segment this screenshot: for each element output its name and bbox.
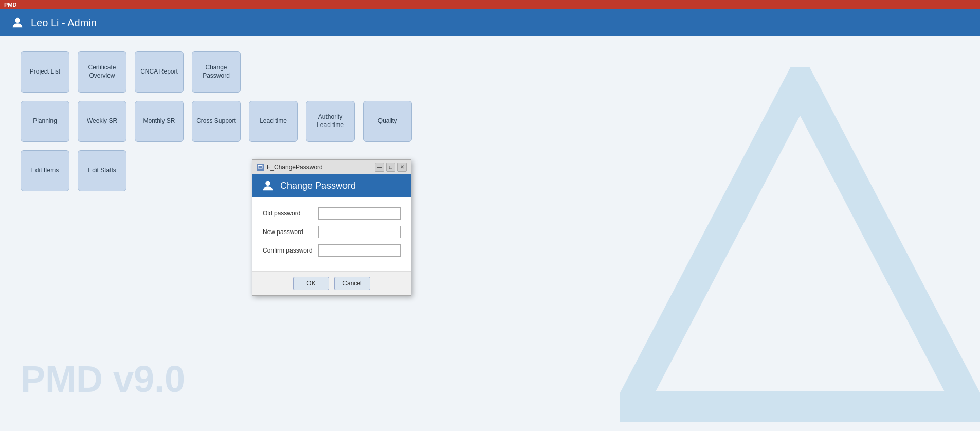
new-password-row: New password bbox=[263, 226, 401, 238]
lead-time-btn[interactable]: Lead time bbox=[249, 101, 298, 142]
header-user-label: Leo Li - Admin bbox=[31, 17, 97, 29]
new-password-input[interactable] bbox=[318, 226, 401, 238]
dialog-restore-btn[interactable]: □ bbox=[386, 163, 395, 172]
confirm-password-row: Confirm password bbox=[263, 244, 401, 257]
confirm-password-label: Confirm password bbox=[263, 247, 318, 254]
svg-rect-3 bbox=[258, 165, 262, 166]
dialog-titlebar: F_ChangePassword — □ ✕ bbox=[252, 160, 411, 174]
dialog-title-text: F_ChangePassword bbox=[267, 164, 372, 171]
quality-btn[interactable]: Quality bbox=[363, 101, 412, 142]
dialog-minimize-btn[interactable]: — bbox=[375, 163, 384, 172]
cross-support-btn[interactable]: Cross Support bbox=[192, 101, 241, 142]
svg-point-0 bbox=[15, 18, 20, 23]
confirm-password-input[interactable] bbox=[318, 244, 401, 257]
edit-staffs-btn[interactable]: Edit Staffs bbox=[78, 150, 126, 191]
change-password-btn[interactable]: Change Password bbox=[192, 51, 241, 93]
planning-btn[interactable]: Planning bbox=[21, 101, 69, 142]
edit-items-btn[interactable]: Edit Items bbox=[21, 150, 69, 191]
title-bar-text: PMD bbox=[4, 2, 16, 8]
header: Leo Li - Admin bbox=[0, 9, 980, 36]
dialog-header: Change Password bbox=[252, 174, 411, 197]
monthly-sr-btn[interactable]: Monthly SR bbox=[135, 101, 184, 142]
main-content: Project List Certificate Overview CNCA R… bbox=[0, 36, 980, 431]
old-password-label: Old password bbox=[263, 210, 318, 217]
dialog-user-icon bbox=[261, 178, 275, 193]
menu-row-2: Planning Weekly SR Monthly SR Cross Supp… bbox=[21, 101, 959, 142]
menu-grid: Project List Certificate Overview CNCA R… bbox=[21, 51, 959, 191]
dialog-close-btn[interactable]: ✕ bbox=[397, 163, 407, 172]
dialog-title-icon bbox=[257, 164, 264, 171]
cancel-button[interactable]: Cancel bbox=[334, 277, 370, 290]
dialog-header-title: Change Password bbox=[280, 181, 356, 191]
new-password-label: New password bbox=[263, 228, 318, 236]
certificate-overview-btn[interactable]: Certificate Overview bbox=[78, 51, 126, 93]
old-password-row: Old password bbox=[263, 207, 401, 220]
change-password-dialog: F_ChangePassword — □ ✕ Change Password O… bbox=[252, 159, 411, 296]
authority-lead-time-btn[interactable]: Authority Lead time bbox=[306, 101, 355, 142]
title-bar: PMD bbox=[0, 0, 980, 9]
user-icon bbox=[10, 15, 25, 30]
project-list-btn[interactable]: Project List bbox=[21, 51, 69, 93]
cnca-report-btn[interactable]: CNCA Report bbox=[135, 51, 184, 93]
menu-row-3: Edit Items Edit Staffs bbox=[21, 150, 959, 191]
weekly-sr-btn[interactable]: Weekly SR bbox=[78, 101, 126, 142]
menu-row-1: Project List Certificate Overview CNCA R… bbox=[21, 51, 959, 93]
ok-button[interactable]: OK bbox=[293, 277, 329, 290]
dialog-footer: OK Cancel bbox=[252, 271, 411, 295]
dialog-body: Old password New password Confirm passwo… bbox=[252, 197, 411, 271]
old-password-input[interactable] bbox=[318, 207, 401, 220]
dialog-controls: — □ ✕ bbox=[375, 163, 407, 172]
watermark-text: PMD v9.0 bbox=[21, 358, 185, 400]
svg-point-4 bbox=[265, 181, 270, 186]
